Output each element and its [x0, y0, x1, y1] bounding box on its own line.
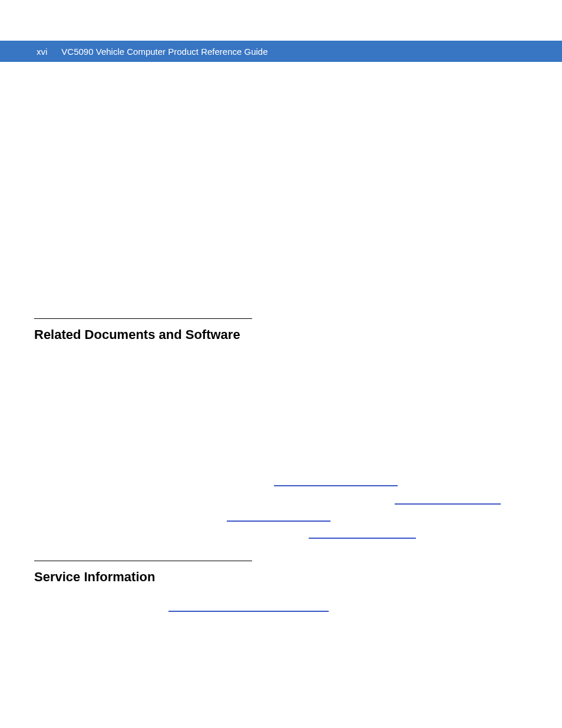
page-content: Related Documents and Software Service I… [34, 77, 528, 585]
hyperlink-underline[interactable] [274, 485, 398, 486]
document-title: VC5090 Vehicle Computer Product Referenc… [61, 47, 267, 57]
hyperlink-underline[interactable] [395, 503, 501, 505]
page-number: xvi [37, 47, 47, 57]
page-header: xvi VC5090 Vehicle Computer Product Refe… [0, 41, 562, 62]
heading-related-documents: Related Documents and Software [34, 327, 528, 342]
heading-service-information: Service Information [34, 569, 528, 585]
hyperlink-underline[interactable] [309, 538, 416, 539]
section-divider [34, 561, 252, 561]
hyperlink-underline[interactable] [168, 611, 329, 612]
section-divider [34, 318, 252, 319]
hyperlink-underline[interactable] [227, 521, 330, 522]
